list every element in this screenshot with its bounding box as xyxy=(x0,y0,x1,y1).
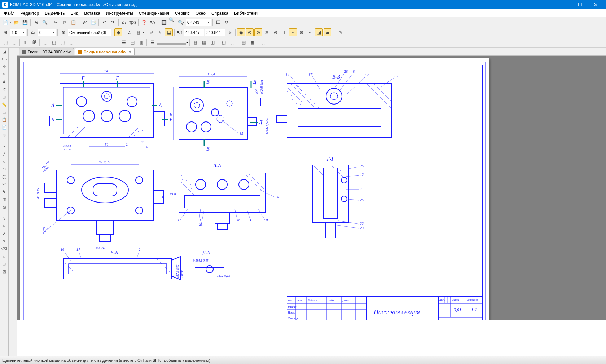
layer-num-input[interactable]: 0▾ xyxy=(38,29,56,36)
tb3-btn-6[interactable]: ⬚ xyxy=(50,39,58,46)
rail1-dim-icon[interactable]: ⟷ xyxy=(1,56,8,62)
tb3-btn-k[interactable]: ▩ xyxy=(248,39,256,46)
rail1-c4-icon[interactable]: ✎ xyxy=(1,238,8,244)
snap-angle2-button[interactable]: ◢ xyxy=(315,28,323,36)
snap-align-button[interactable]: ▰ xyxy=(324,28,331,36)
snap-nearest-button[interactable]: ⌖ xyxy=(289,28,297,36)
coord-lock-button[interactable]: ⎆ xyxy=(226,28,234,36)
tb3-btn-c[interactable]: ▥ xyxy=(137,39,145,46)
snap-center-button[interactable]: ⊙ xyxy=(254,28,262,36)
rail1-c6-icon[interactable]: ⎁ xyxy=(1,253,8,259)
grid-dropdown-icon[interactable]: ▾ xyxy=(143,31,144,34)
new-dropdown-icon[interactable]: ▾ xyxy=(10,21,12,24)
copy-props-button[interactable]: 🖌 xyxy=(80,18,88,26)
tb3-btn-a[interactable]: ☰ xyxy=(120,39,128,46)
tb3-btn-4[interactable]: 🗐 xyxy=(30,39,38,46)
scale-input[interactable]: 1.0▾ xyxy=(10,29,26,36)
cut-button[interactable]: ✂ xyxy=(52,18,60,26)
new-doc-button[interactable]: 📄 xyxy=(1,18,9,26)
snap-grid-button[interactable]: ⊕ xyxy=(298,28,306,36)
save-button[interactable]: 💾 xyxy=(21,18,29,26)
rail1-b2-icon[interactable]: ╱ xyxy=(1,151,8,157)
layer-button[interactable]: 🗂 xyxy=(29,28,37,36)
paste-button[interactable]: 📋 xyxy=(69,18,77,26)
close-button[interactable]: ✕ xyxy=(588,0,604,9)
tb3-btn-b[interactable]: ▤ xyxy=(128,39,136,46)
tb3-btn-7[interactable]: ⬚ xyxy=(58,39,66,46)
snap-intersect-button[interactable]: ✕ xyxy=(263,28,271,36)
print-button[interactable]: 🖨 xyxy=(32,18,40,26)
rail1-report-icon[interactable]: 📄 xyxy=(1,124,8,130)
properties-button[interactable]: 📑 xyxy=(89,18,97,26)
snap-normal-button[interactable]: ⊥ xyxy=(280,28,288,36)
redo-button[interactable]: ↷ xyxy=(109,18,117,26)
ortho-mode-button[interactable]: ⬓ xyxy=(165,28,173,36)
global-cs-button[interactable]: ↳ xyxy=(156,28,164,36)
snap-mid-button[interactable]: ⊘ xyxy=(246,28,254,36)
rail1-c2-icon[interactable]: ⊾ xyxy=(1,223,8,229)
tb3-btn-h[interactable]: ⬚ xyxy=(220,39,228,46)
rail1-b5-icon[interactable]: ◯ xyxy=(1,173,8,180)
help-button[interactable]: ❓ xyxy=(140,18,148,26)
snap-dropdown-icon[interactable]: ▾ xyxy=(332,31,334,34)
maximize-button[interactable]: ☐ xyxy=(572,0,588,9)
menu-edit[interactable]: Редактор xyxy=(18,10,42,17)
menu-window[interactable]: Окно xyxy=(193,10,208,17)
rail1-spec-icon[interactable]: 📋 xyxy=(1,116,8,123)
line-style-arrow-icon[interactable]: ▾ xyxy=(186,41,188,44)
close-icon[interactable]: ✕ xyxy=(128,50,131,54)
menu-tools[interactable]: Инструменты xyxy=(104,10,136,17)
local-cs-button[interactable]: ↲ xyxy=(148,28,155,36)
tb3-btn-l[interactable]: ⬚ xyxy=(259,39,267,46)
menu-view[interactable]: Вид xyxy=(68,10,81,17)
tb3-btn-d[interactable]: ☰ xyxy=(148,39,156,46)
variables-button[interactable]: f(x) xyxy=(129,18,137,26)
line-style-dropdown[interactable] xyxy=(157,43,186,45)
copy-button[interactable]: ⎘ xyxy=(61,18,69,26)
coord-y-input[interactable] xyxy=(205,29,225,36)
tb3-btn-j[interactable]: ▦ xyxy=(240,39,247,46)
zoom-value-input[interactable]: 0.4743▾ xyxy=(186,19,211,26)
snap-end-button[interactable]: ◉ xyxy=(237,28,245,36)
snap-angle-button[interactable]: ∠ xyxy=(126,28,133,36)
rail1-select-icon[interactable]: ▭ xyxy=(1,109,8,115)
rail1-c1-icon[interactable]: ↘ xyxy=(1,215,8,222)
rail1-c5-icon[interactable]: ⌫ xyxy=(1,245,8,252)
zoom-fit-button[interactable]: 🔲 xyxy=(160,18,168,26)
rail1-text-icon[interactable]: А xyxy=(1,79,8,85)
ortho-button[interactable]: ⊞ xyxy=(1,28,9,36)
rail1-param-icon[interactable]: ⊞ xyxy=(1,94,8,100)
tb3-btn-f[interactable]: ▩ xyxy=(200,39,208,46)
preview-button[interactable]: 🔍 xyxy=(41,18,49,26)
menu-libs[interactable]: Библиотеки xyxy=(232,10,260,17)
rail1-b9-icon[interactable]: ▨ xyxy=(1,204,8,210)
rail1-measure-icon[interactable]: 📏 xyxy=(1,101,8,108)
drawing-canvas[interactable]: Г Г А А Б Б xyxy=(17,56,606,320)
rail1-b6-icon[interactable]: 〰 xyxy=(1,181,8,187)
refresh-button[interactable]: 🗔 xyxy=(214,18,222,26)
layers-mgr-button[interactable]: ≋ xyxy=(59,28,67,36)
rail1-b7-icon[interactable]: ↯ xyxy=(1,188,8,195)
zoom-out-button[interactable]: 🔍- xyxy=(177,18,185,26)
rebuild-button[interactable]: ⟳ xyxy=(223,18,231,26)
rail1-geom-icon[interactable]: ◢ xyxy=(1,48,8,55)
tb3-btn-i[interactable]: ⬚ xyxy=(228,39,236,46)
snap-point-button[interactable]: ∘ xyxy=(306,28,314,36)
open-button[interactable]: 📂 xyxy=(12,18,20,26)
tb3-btn-3[interactable]: 🗎 xyxy=(21,39,29,46)
manager-button[interactable]: 🗂 xyxy=(120,18,128,26)
rail1-symbol-icon[interactable]: ✢ xyxy=(1,63,8,70)
rail1-c7-icon[interactable]: ⊡ xyxy=(1,261,8,267)
rail1-insert-icon[interactable]: ⊕ xyxy=(1,132,8,138)
edit-button[interactable]: ✎ xyxy=(337,28,345,36)
menu-help[interactable]: Справка xyxy=(209,10,231,17)
assoc-drawing-button[interactable]: ◆ xyxy=(114,28,122,36)
zoom-in-button[interactable]: 🔍+ xyxy=(168,18,176,26)
rail1-edit-icon[interactable]: ↺ xyxy=(1,86,8,93)
tb3-btn-g[interactable]: ◫ xyxy=(208,39,216,46)
rail1-b8-icon[interactable]: ◫ xyxy=(1,196,8,203)
menu-insert[interactable]: Вставка xyxy=(82,10,103,17)
rail1-rough-icon[interactable]: ✎ xyxy=(1,71,8,77)
rail1-c3-icon[interactable]: ⤢ xyxy=(1,230,8,237)
rail1-b3-icon[interactable]: ○ xyxy=(1,158,8,165)
